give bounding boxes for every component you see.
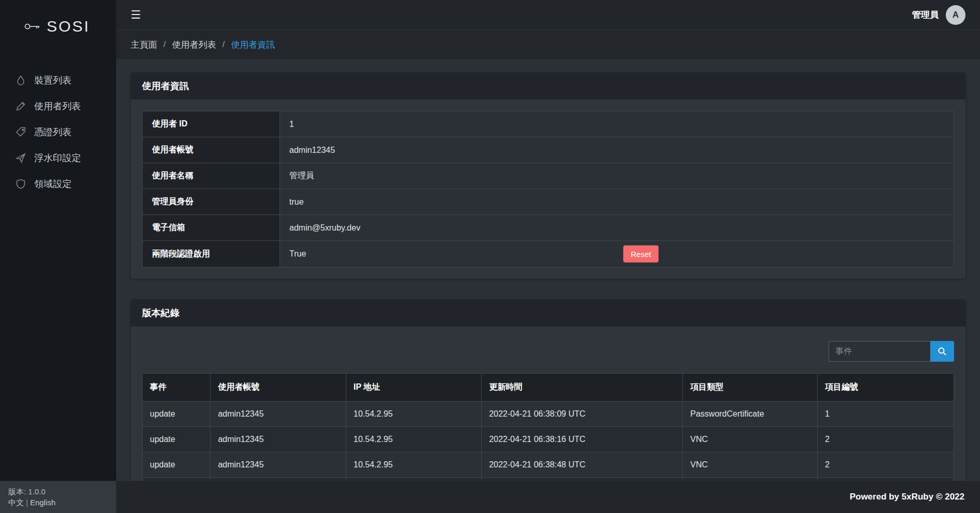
lang-separator: |	[26, 498, 28, 507]
sidebar-item-label: 浮水印設定	[34, 152, 81, 164]
info-row: 電子信箱admin@5xruby.dev	[143, 215, 954, 241]
main-area: ☰ 管理員 A 主頁面 / 使用者列表 / 使用者資訊 使用者資訊 使用者 ID…	[116, 0, 980, 513]
current-user-name: 管理員	[912, 9, 939, 21]
sidebar-item-devices[interactable]: 裝置列表	[0, 67, 116, 93]
log-cell: update	[143, 427, 211, 452]
shield-icon	[16, 179, 26, 189]
log-column-header: IP 地址	[346, 374, 481, 402]
log-cell: update	[143, 452, 211, 478]
log-row: updateadmin1234510.54.2.952022-04-21 06:…	[143, 427, 954, 452]
sidebar-nav: 裝置列表 使用者列表 憑證列表	[0, 67, 116, 197]
info-label: 電子信箱	[143, 215, 280, 240]
log-column-header: 更新時間	[482, 374, 683, 402]
app-logo[interactable]: SOSI	[0, 0, 116, 35]
content: 使用者資訊 使用者 ID1使用者帳號admin12345使用者名稱管理員管理員身…	[116, 59, 980, 481]
lang-zh-link[interactable]: 中文	[8, 498, 24, 507]
log-cell: 1	[818, 402, 954, 427]
page-footer: Powered by 5xRuby © 2022	[116, 481, 980, 513]
topbar: ☰ 管理員 A	[116, 0, 980, 30]
log-cell: update	[143, 402, 211, 427]
log-column-header: 項目類型	[683, 374, 818, 402]
version-log-card: 版本紀錄	[131, 300, 965, 481]
log-cell: 10.54.2.95	[346, 402, 481, 427]
log-row: updateadmin1234510.54.2.952022-04-21 06:…	[143, 452, 954, 478]
sidebar-item-label: 領域設定	[34, 178, 72, 190]
log-cell: PasswordCertificate	[683, 402, 818, 427]
info-label: 使用者帳號	[143, 137, 280, 163]
info-row: 兩階段認證啟用TrueReset	[143, 241, 954, 267]
log-cell: admin12345	[211, 427, 346, 452]
log-search-input[interactable]	[829, 341, 930, 362]
info-value: TrueReset	[280, 241, 954, 267]
log-cell: admin12345	[211, 402, 346, 427]
info-value: 1	[280, 111, 954, 137]
log-cell: 2022-04-21 06:38:48 UTC	[482, 452, 683, 478]
user-info-card: 使用者資訊 使用者 ID1使用者帳號admin12345使用者名稱管理員管理員身…	[131, 73, 965, 279]
sidebar-item-label: 憑證列表	[34, 126, 72, 138]
app-logo-text: SOSI	[47, 18, 90, 35]
version-log-card-title: 版本紀錄	[131, 300, 965, 326]
log-header-row: 事件使用者帳號IP 地址更新時間項目類型項目編號	[143, 374, 954, 402]
tag-icon	[16, 127, 26, 137]
log-column-header: 事件	[143, 374, 211, 402]
powered-by-text: Powered by 5xRuby © 2022	[850, 492, 964, 502]
app-version: 版本: 1.0.0	[8, 486, 108, 497]
menu-toggle-icon[interactable]: ☰	[131, 9, 141, 21]
info-value: admin12345	[280, 137, 954, 163]
info-label: 管理員身份	[143, 189, 280, 215]
sidebar: SOSI 裝置列表 使用者列表	[0, 0, 116, 513]
log-cell: 2	[818, 427, 954, 452]
sidebar-item-domain[interactable]: 領域設定	[0, 171, 116, 197]
droplet-icon	[16, 75, 26, 86]
log-cell: 10.54.2.95	[346, 427, 481, 452]
info-value: admin@5xruby.dev	[280, 215, 954, 240]
log-cell: VNC	[683, 427, 818, 452]
breadcrumb-current: 使用者資訊	[231, 39, 275, 51]
info-value: true	[280, 189, 954, 215]
sidebar-footer: 版本: 1.0.0 中文|English	[0, 481, 116, 513]
version-log-table-body: updateadmin1234510.54.2.952022-04-21 06:…	[143, 402, 954, 481]
search-icon	[937, 347, 947, 356]
sidebar-item-label: 使用者列表	[34, 100, 81, 112]
log-cell: 10.54.2.95	[346, 452, 481, 478]
log-column-header: 使用者帳號	[211, 374, 346, 402]
info-row: 使用者名稱管理員	[143, 163, 954, 189]
pencil-icon	[16, 101, 26, 111]
user-info-card-title: 使用者資訊	[131, 73, 965, 99]
info-label: 使用者 ID	[143, 111, 280, 137]
log-cell: 2022-04-21 06:38:16 UTC	[482, 427, 683, 452]
info-row: 使用者 ID1	[143, 111, 954, 137]
log-row: updateadmin1234510.54.2.952022-04-21 06:…	[143, 402, 954, 427]
sidebar-item-users[interactable]: 使用者列表	[0, 93, 116, 119]
log-cell: VNC	[683, 452, 818, 478]
reset-2fa-button[interactable]: Reset	[623, 246, 658, 263]
log-cell: 2022-04-21 06:38:09 UTC	[482, 402, 683, 427]
sidebar-item-label: 裝置列表	[34, 74, 72, 87]
avatar[interactable]: A	[946, 5, 965, 25]
info-row: 使用者帳號admin12345	[143, 137, 954, 163]
version-log-table-head: 事件使用者帳號IP 地址更新時間項目類型項目編號	[143, 374, 954, 402]
user-info-table: 使用者 ID1使用者帳號admin12345使用者名稱管理員管理員身份true電…	[142, 111, 954, 267]
version-log-table: 事件使用者帳號IP 地址更新時間項目類型項目編號 updateadmin1234…	[142, 373, 954, 481]
info-value: 管理員	[280, 163, 954, 189]
sidebar-item-certificates[interactable]: 憑證列表	[0, 119, 116, 145]
log-cell: 2	[818, 452, 954, 478]
breadcrumb: 主頁面 / 使用者列表 / 使用者資訊	[116, 30, 980, 59]
key-logo-icon	[24, 22, 41, 31]
lang-en-link[interactable]: English	[30, 498, 55, 507]
send-icon	[16, 153, 26, 163]
info-row: 管理員身份true	[143, 189, 954, 215]
sidebar-item-watermark[interactable]: 浮水印設定	[0, 145, 116, 171]
breadcrumb-separator: /	[222, 39, 225, 50]
log-search-button[interactable]	[930, 341, 954, 362]
breadcrumb-home[interactable]: 主頁面	[131, 39, 157, 51]
info-label: 兩階段認證啟用	[143, 241, 280, 267]
breadcrumb-user-list[interactable]: 使用者列表	[172, 39, 216, 51]
log-column-header: 項目編號	[818, 374, 954, 402]
log-search-bar	[142, 341, 954, 362]
log-cell: admin12345	[211, 452, 346, 478]
info-label: 使用者名稱	[143, 163, 280, 189]
breadcrumb-separator: /	[163, 39, 166, 50]
